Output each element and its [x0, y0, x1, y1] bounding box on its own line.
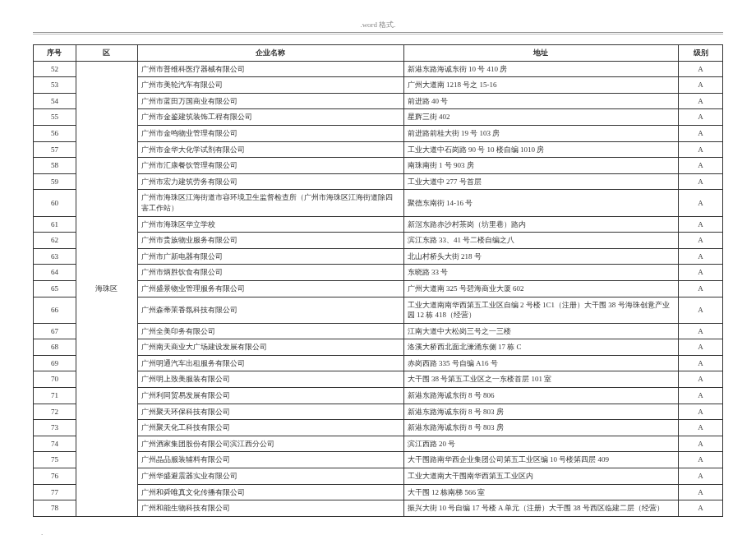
- footer-dot: .: [41, 528, 723, 535]
- cell-addr: 新港东路海诚东街 10 号 410 房: [403, 61, 678, 77]
- cell-name: 广州市贵族物业服务有限公司: [138, 233, 404, 249]
- cell-name: 广州市海珠区江海街道市容环境卫生监督检查所（广州市海珠区江海街道除四害工作站）: [138, 190, 404, 216]
- cell-name: 广州明通汽车出租服务有限公司: [138, 355, 404, 371]
- cell-seq: 76: [34, 468, 76, 485]
- cell-level: A: [679, 420, 723, 436]
- cell-name: 广州盛景物业管理服务有限公司: [138, 280, 404, 297]
- cell-name: 广州市金华大化学试剂有限公司: [138, 141, 404, 158]
- cell-addr: 赤岗西路 335 号自编 A16 号: [403, 355, 678, 371]
- cell-seq: 74: [34, 436, 76, 452]
- cell-seq: 75: [34, 452, 76, 468]
- cell-name: 广州市美轮汽车有限公司: [138, 77, 404, 94]
- cell-addr: 聚德东南街 14-16 号: [403, 190, 678, 216]
- cell-seq: 52: [34, 61, 76, 77]
- table-body: 52海珠区广州市普维科医疗器械有限公司新港东路海诚东街 10 号 410 房A5…: [34, 61, 723, 516]
- cell-seq: 53: [34, 77, 76, 94]
- cell-name: 广州市金鸣物业管理有限公司: [138, 125, 404, 141]
- cell-name: 广州市海珠区华立学校: [138, 216, 404, 233]
- cell-addr: 大干围 38 号第五工业区之一东楼首层 101 室: [403, 371, 678, 388]
- cell-level: A: [679, 93, 723, 109]
- cell-level: A: [679, 355, 723, 371]
- cell-level: A: [679, 436, 723, 452]
- cell-addr: 前进路前桂大街 19 号 103 房: [403, 125, 678, 141]
- cell-name: 广州市普维科医疗器械有限公司: [138, 61, 404, 77]
- cell-name: 广州全美印务有限公司: [138, 323, 404, 339]
- cell-name: 广州和能生物科技有限公司: [138, 500, 404, 517]
- cell-name: 广州市宏力建筑劳务有限公司: [138, 173, 404, 190]
- cell-addr: 工业大道南大干围南华西第五工业区内: [403, 468, 678, 485]
- cell-addr: 新滘东路赤沙村茶岗（坊里巷）路内: [403, 216, 678, 233]
- cell-seq: 62: [34, 233, 76, 249]
- cell-seq: 66: [34, 297, 76, 323]
- cell-level: A: [679, 158, 723, 174]
- cell-seq: 58: [34, 158, 76, 174]
- cell-level: A: [679, 233, 723, 249]
- cell-name: 广州聚天环保科技有限公司: [138, 404, 404, 420]
- cell-level: A: [679, 265, 723, 281]
- cell-name: 广州市汇康餐饮管理有限公司: [138, 158, 404, 174]
- col-header-seq: 序号: [34, 45, 76, 62]
- cell-name: 广州晶品服装辅料有限公司: [138, 452, 404, 468]
- cell-addr: 南珠南街 1 号 903 房: [403, 158, 678, 174]
- cell-level: A: [679, 141, 723, 158]
- cell-addr: 振兴大街 10 号自编 17 号楼 A 单元（注册）大干围 38 号西区临建二层…: [403, 500, 678, 517]
- cell-seq: 69: [34, 355, 76, 371]
- cell-seq: 59: [34, 173, 76, 190]
- cell-addr: 东晓路 33 号: [403, 265, 678, 281]
- header-note: .word 格式.: [33, 20, 723, 30]
- cell-level: A: [679, 248, 723, 265]
- cell-seq: 78: [34, 500, 76, 517]
- cell-level: A: [679, 468, 723, 485]
- cell-addr: 北山村桥头大街 218 号: [403, 248, 678, 265]
- cell-district: 海珠区: [76, 61, 137, 516]
- cell-addr: 新港东路海诚东街 8 号 803 房: [403, 404, 678, 420]
- cell-seq: 64: [34, 265, 76, 281]
- cell-addr: 工业大道中 277 号首层: [403, 173, 678, 190]
- cell-name: 广州利同贸易发展有限公司: [138, 388, 404, 404]
- cell-level: A: [679, 125, 723, 141]
- cell-level: A: [679, 484, 723, 500]
- cell-name: 广州和舜唯真文化传播有限公司: [138, 484, 404, 500]
- cell-addr: 广州大道南 1218 号之 15-16: [403, 77, 678, 94]
- cell-addr: 新港东路海诚东街 8 号 806: [403, 388, 678, 404]
- cell-name: 广州市炳胜饮食有限公司: [138, 265, 404, 281]
- cell-seq: 68: [34, 339, 76, 356]
- cell-name: 广州市蓝田万国商业有限公司: [138, 93, 404, 109]
- cell-addr: 大干围 12 栋南梯 566 室: [403, 484, 678, 500]
- cell-level: A: [679, 61, 723, 77]
- cell-name: 广州华盛避震器实业有限公司: [138, 468, 404, 485]
- enterprise-table: 序号 区 企业名称 地址 级别 52海珠区广州市普维科医疗器械有限公司新港东路海…: [33, 44, 723, 517]
- col-header-addr: 地址: [403, 45, 678, 62]
- cell-level: A: [679, 190, 723, 216]
- cell-seq: 72: [34, 404, 76, 420]
- cell-seq: 55: [34, 109, 76, 126]
- cell-level: A: [679, 109, 723, 126]
- cell-addr: 江南大道中大松岗三号之一三楼: [403, 323, 678, 339]
- cell-name: 广州森蒂茉香氛科技有限公司: [138, 297, 404, 323]
- cell-name: 广州聚天化工科技有限公司: [138, 420, 404, 436]
- cell-level: A: [679, 388, 723, 404]
- cell-addr: 工业大道中石岗路 90 号 10 楼自编 1010 房: [403, 141, 678, 158]
- cell-level: A: [679, 339, 723, 356]
- cell-level: A: [679, 280, 723, 297]
- cell-level: A: [679, 500, 723, 517]
- table-header-row: 序号 区 企业名称 地址 级别: [34, 45, 723, 62]
- cell-level: A: [679, 404, 723, 420]
- cell-addr: 前进路 40 号: [403, 93, 678, 109]
- cell-level: A: [679, 323, 723, 339]
- cell-seq: 60: [34, 190, 76, 216]
- cell-seq: 71: [34, 388, 76, 404]
- cell-name: 广州南天商业大广场建设发展有限公司: [138, 339, 404, 356]
- cell-seq: 63: [34, 248, 76, 265]
- cell-addr: 洛溪大桥西北面北濠涌东侧 17 栋 C: [403, 339, 678, 356]
- cell-level: A: [679, 371, 723, 388]
- cell-name: 广州酒家集团股份有限公司滨江西分公司: [138, 436, 404, 452]
- cell-name: 广州市金鉴建筑装饰工程有限公司: [138, 109, 404, 126]
- cell-name: 广州市广新电器有限公司: [138, 248, 404, 265]
- cell-seq: 70: [34, 371, 76, 388]
- cell-addr: 工业大道南南华西第五工业区自编 2 号楼 1C1（注册）大干围 38 号海珠创意…: [403, 297, 678, 323]
- cell-seq: 54: [34, 93, 76, 109]
- cell-addr: 新港东路海诚东街 8 号 803 房: [403, 420, 678, 436]
- col-header-district: 区: [76, 45, 137, 62]
- cell-addr: 星辉三街 402: [403, 109, 678, 126]
